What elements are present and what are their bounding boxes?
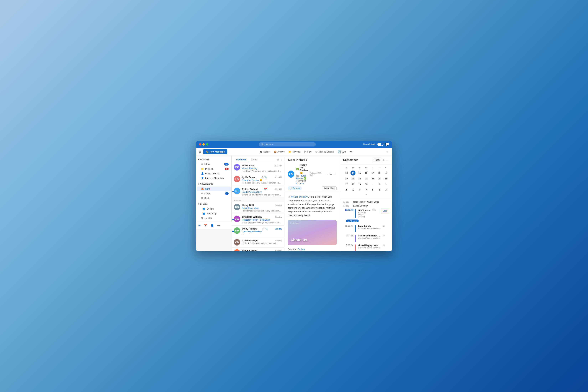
message-item-henry[interactable]: HB Henry Brill Sunday Book Cover Ideas F… [232,202,284,214]
people-nav-icon[interactable]: 👤 [210,224,214,227]
filter-icon[interactable]: ⚙ [277,158,279,161]
learn-more-button[interactable]: Learn More [322,186,336,190]
sidebar-item-design[interactable]: 👥 Design [197,206,231,211]
cal-day-21[interactable]: 21 [350,176,356,181]
all-day-item-2: All day Elvia's Birthday [340,204,392,208]
today-button[interactable]: Today [372,158,382,162]
cal-day-18[interactable]: 18 [377,170,382,176]
flag-button[interactable]: 🏳 Flag [302,150,313,154]
cal-day-16[interactable]: 16 [364,170,369,176]
cal-day-17[interactable]: 17 [370,170,375,176]
message-item-robin[interactable]: RC Robin Counts Sunday Last minute thoug… [232,248,284,251]
cal-day-3[interactable]: 3 [384,182,388,187]
schedule-item-intern[interactable]: 10:00 AM Intern Meet & Greet Microsoft T… [340,208,392,219]
subject-lydia: Ready for Review 😊 [242,179,282,182]
cal-add-btn[interactable]: + [382,158,385,162]
cal-day-29[interactable]: 29 [357,182,362,187]
cal-day-24[interactable]: 24 [370,176,375,181]
cal-day-26[interactable]: 26 [384,176,388,181]
sidebar-item-drafts[interactable]: ✏ Drafts 2 [197,191,231,196]
more-nav-icon[interactable]: ••• [217,224,220,227]
verified-icon: ✅ [296,168,299,170]
cal-day-10[interactable]: 10 [384,188,388,192]
join-button-intern[interactable]: Join [380,209,389,213]
cal-day-27[interactable]: 27 [344,182,349,187]
message-item-charlotte[interactable]: CW Charlotte Waltson Sunday Research Rep… [232,214,284,226]
general-tag[interactable]: 💬 General [288,186,302,190]
all-accounts-section[interactable]: ▾ All Accounts [196,182,232,186]
move-to-button[interactable]: 📂 Move to [287,150,302,154]
sidebar-item-marketing[interactable]: 👥 Marketing [197,211,231,216]
cal-day-9[interactable]: 9 [377,188,382,192]
cal-day-8[interactable]: 8 [370,188,375,192]
message-item-daisy[interactable]: DP Daisy Phillips @ 📎 Sunday Upcoming Wo… [232,226,284,237]
reply-back-btn[interactable]: ← [325,172,328,176]
sidebar-item-lucerne[interactable]: 👤 Lucerne Marketing [197,176,231,180]
message-item-mona[interactable]: MK Mona Kane 10:21 AM Virtual Planning H… [232,162,284,174]
cal-day-15[interactable]: 15 [357,170,362,176]
schedule-details-review: Review with North Win... Microsoft Teams… [358,234,381,239]
message-item-robert[interactable]: RT Robert Tolbert 📅 8:31 AM Leads Planni… [232,186,284,198]
sidebar-item-deleted[interactable]: 🗑 Deleted [197,216,231,220]
search-input-wrap[interactable]: 🔍 Search [259,142,316,146]
new-message-button[interactable]: ✏️ New Message [203,149,227,154]
minimize-btn[interactable] [202,143,205,146]
sender-robin: Robin Counts [242,249,257,251]
cal-day-25[interactable]: 25 [377,176,382,181]
favorites-section[interactable]: ▾ Favorites [196,157,232,162]
maximize-btn[interactable] [206,143,208,146]
cal-day-7[interactable]: 7 [364,188,369,192]
sidebar-item-sent[interactable]: 📤 Sent [197,186,231,191]
cal-day-2[interactable]: 2 [377,182,382,187]
cal-day-dot[interactable]: · [370,182,375,187]
lucerne-label: Lucerne Marketing [205,177,224,180]
sidebar-item-robin[interactable]: 👤 Robin Counts [197,171,231,176]
chat-icon[interactable]: 💬 [385,142,389,146]
sender-colin: Colin Ballinger [242,239,258,242]
more-button[interactable]: ••• [349,150,354,154]
title-bar: 🔍 Search New Outlook 💬 [196,141,392,148]
groups-section[interactable]: ▾ Groups [196,202,232,206]
cal-day-5[interactable]: 5 [350,188,356,192]
tab-other[interactable]: Other [249,157,260,162]
schedule-details-lunch: Team Lunch Microsoft Teams Meeting [358,225,381,230]
cal-day-30[interactable]: 30 [364,182,369,187]
new-outlook-toggle[interactable] [378,143,384,146]
attachment-icon: 📎 [264,176,267,178]
forward-btn[interactable]: → [334,172,336,176]
message-item-colin[interactable]: CB Colin Ballinger Sunday Hi Katri, I'd … [232,237,284,248]
sidebar-item-projects[interactable]: 📁 Projects 8 [197,166,231,171]
cal-day-19[interactable]: 19 [384,170,388,176]
sidebar-item-inbox[interactable]: ✉ Inbox 12 [197,162,231,166]
close-btn[interactable] [199,143,201,146]
sidebar-item-sent2[interactable]: ✉ Sent [197,196,231,200]
cal-day-13[interactable]: 13 [344,170,349,176]
cal-day-20[interactable]: 20 [344,176,349,181]
cal-day-28[interactable]: 28 [350,182,356,187]
schedule-item-review[interactable]: 3:00 PM Review with North Win... Microso… [340,234,392,243]
schedule-item-happy-hour[interactable]: 5:00 PM Virtual Happy Hour Microsoft Tea… [340,243,392,251]
message-item-lydia[interactable]: LB Lydia Bauer @ 📎 9:19 AM Ready for Rev… [232,174,284,186]
expand-button[interactable]: ⤢ [385,150,390,154]
archive-button[interactable]: 📦 Archive [272,150,286,154]
mail-nav-icon[interactable]: ✉ [198,224,200,227]
schedule-item-lunch[interactable]: 12:00 AM Team Lunch Microsoft Teams Meet… [340,224,392,234]
cal-day-4[interactable]: 4 [344,188,349,192]
dow-w: W [363,166,370,170]
sender-daisy: Daisy Phillips [242,227,257,230]
all-accounts-label: All Accounts [200,183,213,185]
cal-day-23[interactable]: 23 [364,176,369,181]
hamburger-button[interactable]: ☰ [198,149,202,154]
cal-day-6[interactable]: 6 [357,188,362,192]
sort-icon[interactable]: ↓ [281,158,282,161]
mark-as-unread-button[interactable]: ✉ Mark as Unread [314,150,335,154]
cal-day-14[interactable]: 14 [350,170,356,176]
sync-button[interactable]: 🔄 Sync [336,150,348,154]
cal-more-btn[interactable]: ••• [385,158,389,162]
sent-from-link[interactable]: Outlook [298,248,305,250]
delete-button[interactable]: 🗑 Delete [258,150,271,154]
reply-all-btn[interactable]: ⇐ [330,172,332,176]
calendar-nav-icon[interactable]: 📅 [204,224,207,227]
tab-focused[interactable]: Focused [234,157,248,162]
cal-day-22[interactable]: 22 [357,176,362,181]
